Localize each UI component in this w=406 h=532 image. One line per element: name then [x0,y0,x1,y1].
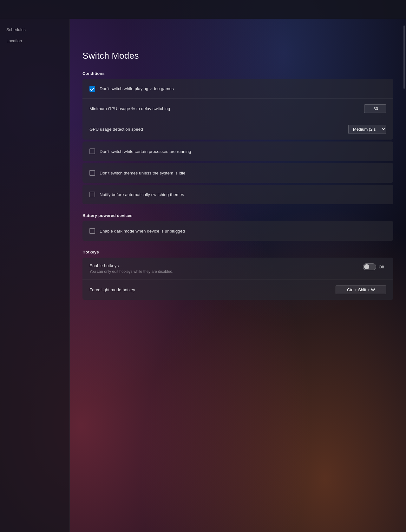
dark-unplugged-label: Enable dark mode when device is unplugge… [100,229,185,233]
no-processes-label: Don't switch while certain processes are… [100,149,191,154]
notify-checkbox-wrap[interactable]: Notify before automatically switching th… [89,192,386,197]
hotkeys-label: Hotkeys [82,250,393,254]
enable-hotkeys-toggle[interactable] [363,263,376,270]
dark-unplugged-checkbox[interactable] [89,228,95,234]
conditions-label: Conditions [82,71,393,76]
gpu-speed-control: GPU usage detection speed Medium (2 s [89,125,386,134]
enable-hotkeys-hint: You can only edit hotkeys while they are… [89,269,173,274]
gpu-usage-label: Minimum GPU usage % to delay switching [89,106,170,111]
gpu-usage-row: Minimum GPU usage % to delay switching [82,99,393,119]
force-light-hotkey-label: Force light mode hotkey [89,287,135,292]
notify-row: Notify before automatically switching th… [82,185,393,204]
dark-unplugged-row: Enable dark mode when device is unplugge… [82,221,393,241]
gpu-speed-select[interactable]: Medium (2 s [348,125,386,134]
sidebar-item-schedules[interactable]: Schedules [0,24,69,35]
conditions-idle-group: Don't switch themes unless the system is… [82,163,393,183]
sidebar-item-location[interactable]: Location [0,35,69,46]
top-bar [0,0,406,19]
no-games-label: Don't switch while playing video games [100,86,174,91]
no-processes-checkbox-wrap[interactable]: Don't switch while certain processes are… [89,148,386,154]
no-games-row: Don't switch while playing video games [82,79,393,99]
battery-label: Battery powered devices [82,213,393,218]
no-games-checkbox[interactable] [89,86,95,92]
dark-unplugged-checkbox-wrap[interactable]: Enable dark mode when device is unplugge… [89,228,386,234]
conditions-notify-group: Notify before automatically switching th… [82,185,393,204]
no-games-checkbox-wrap[interactable]: Don't switch while playing video games [89,86,386,92]
scroll-indicator[interactable] [403,25,405,89]
toggle-state-label: Off [379,265,386,269]
idle-only-checkbox-wrap[interactable]: Don't switch themes unless the system is… [89,170,386,176]
enable-hotkeys-label: Enable hotkeys [89,263,173,268]
page-title: Switch Modes [82,51,393,61]
notify-label: Notify before automatically switching th… [100,192,184,197]
toggle-thumb [364,264,369,269]
main-content: Switch Modes Conditions Don't switch whi… [70,38,406,532]
idle-only-label: Don't switch themes unless the system is… [100,171,185,175]
idle-only-row: Don't switch themes unless the system is… [82,163,393,183]
force-light-hotkey-field[interactable]: Ctrl + Shift + W [336,286,386,294]
gpu-usage-control: Minimum GPU usage % to delay switching [89,104,386,113]
gpu-usage-input[interactable] [364,104,386,113]
conditions-games-group: Don't switch while playing video games M… [82,79,393,140]
notify-checkbox[interactable] [89,192,95,197]
sidebar: Schedules Location [0,19,70,532]
no-processes-checkbox[interactable] [89,148,95,154]
enable-hotkeys-row: Enable hotkeys You can only edit hotkeys… [82,258,393,280]
gpu-speed-row: GPU usage detection speed Medium (2 s [82,119,393,140]
force-light-hotkey-control: Force light mode hotkey Ctrl + Shift + W [89,286,386,294]
enable-hotkeys-toggle-row: Enable hotkeys You can only edit hotkeys… [89,263,386,274]
idle-only-checkbox[interactable] [89,170,95,176]
conditions-section: Conditions Don't switch while playing vi… [82,71,393,204]
no-processes-row: Don't switch while certain processes are… [82,141,393,161]
hotkeys-section: Hotkeys Enable hotkeys You can only edit… [82,250,393,300]
enable-hotkeys-toggle-wrap: Off [363,263,386,270]
conditions-processes-group: Don't switch while certain processes are… [82,141,393,161]
enable-hotkeys-left: Enable hotkeys You can only edit hotkeys… [89,263,173,274]
gpu-speed-label: GPU usage detection speed [89,127,143,132]
battery-group: Enable dark mode when device is unplugge… [82,221,393,241]
battery-section: Battery powered devices Enable dark mode… [82,213,393,241]
force-light-hotkey-row: Force light mode hotkey Ctrl + Shift + W [82,280,393,300]
hotkeys-group: Enable hotkeys You can only edit hotkeys… [82,258,393,300]
